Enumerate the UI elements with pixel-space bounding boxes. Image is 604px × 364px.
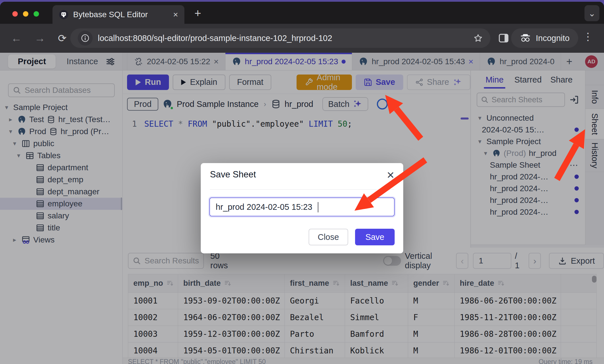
browser-tab-title: Bytebase SQL Editor — [73, 10, 168, 19]
browser-tab[interactable]: Bytebase SQL Editor × — [52, 5, 184, 24]
address-bar[interactable]: localhost:8080/sql-editor/prod-sample-in… — [70, 28, 490, 48]
browser-window: Bytebase SQL Editor × + ⌄ ← → ⟳ localhos… — [0, 2, 604, 364]
traffic-close-button[interactable] — [12, 11, 18, 17]
bytebase-favicon — [59, 10, 69, 19]
tab-search-button[interactable]: ⌄ — [584, 5, 599, 21]
side-panel-icon[interactable] — [498, 32, 509, 44]
save-sheet-dialog: Save Sheet ✕ Close Save — [201, 163, 403, 253]
incognito-label: Incognito — [536, 34, 570, 43]
browser-tab-close-icon[interactable]: × — [173, 10, 178, 19]
back-icon[interactable]: ← — [11, 32, 22, 44]
screen: Bytebase SQL Editor × + ⌄ ← → ⟳ localhos… — [0, 0, 604, 364]
traffic-zoom-button[interactable] — [34, 11, 39, 17]
new-tab-button[interactable]: + — [194, 7, 201, 20]
bookmark-star-icon[interactable] — [473, 33, 483, 43]
browser-navbar: ← → ⟳ localhost:8080/sql-editor/prod-sam… — [0, 24, 604, 53]
sheet-name-input[interactable] — [209, 197, 395, 216]
traffic-minimize-button[interactable] — [23, 11, 28, 17]
browser-menu-icon[interactable]: ⋮ — [583, 31, 593, 43]
dialog-title: Save Sheet — [210, 169, 256, 180]
dialog-divider — [210, 189, 394, 190]
forward-icon[interactable]: → — [34, 32, 45, 44]
dialog-save-button[interactable]: Save — [355, 229, 395, 245]
browser-tabbar: Bytebase SQL Editor × + ⌄ — [0, 2, 604, 24]
site-info-icon[interactable] — [78, 31, 93, 46]
dialog-close-icon[interactable]: ✕ — [387, 169, 395, 181]
text-cursor — [318, 202, 318, 212]
incognito-icon — [520, 33, 531, 43]
url-text: localhost:8080/sql-editor/prod-sample-in… — [98, 34, 470, 43]
reload-icon[interactable]: ⟳ — [58, 32, 67, 44]
dialog-close-button[interactable]: Close — [309, 229, 348, 245]
incognito-badge: Incognito — [511, 28, 578, 48]
